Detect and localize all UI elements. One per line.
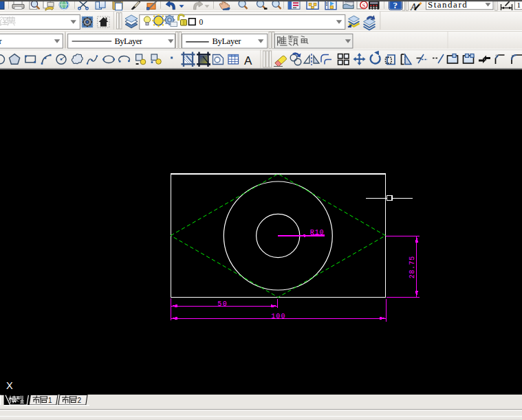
svg-text:50: 50	[217, 300, 228, 308]
svg-text:S: S	[362, 2, 366, 9]
svg-text:A: A	[410, 2, 417, 12]
svg-text:A: A	[244, 54, 252, 67]
svg-text:?: ?	[393, 0, 398, 10]
svg-text:28.75: 28.75	[409, 256, 416, 278]
svg-text:1: 1	[517, 1, 521, 9]
svg-text:1: 1	[48, 396, 52, 404]
svg-text:R10: R10	[310, 229, 325, 236]
svg-text:r: r	[0, 36, 2, 46]
svg-text:0: 0	[199, 18, 204, 26]
svg-text:ByLayer: ByLayer	[213, 36, 242, 46]
svg-text:ByLayer: ByLayer	[115, 36, 143, 46]
svg-text:X: X	[6, 380, 13, 391]
svg-text:100: 100	[271, 313, 285, 320]
svg-text:2: 2	[78, 396, 82, 404]
